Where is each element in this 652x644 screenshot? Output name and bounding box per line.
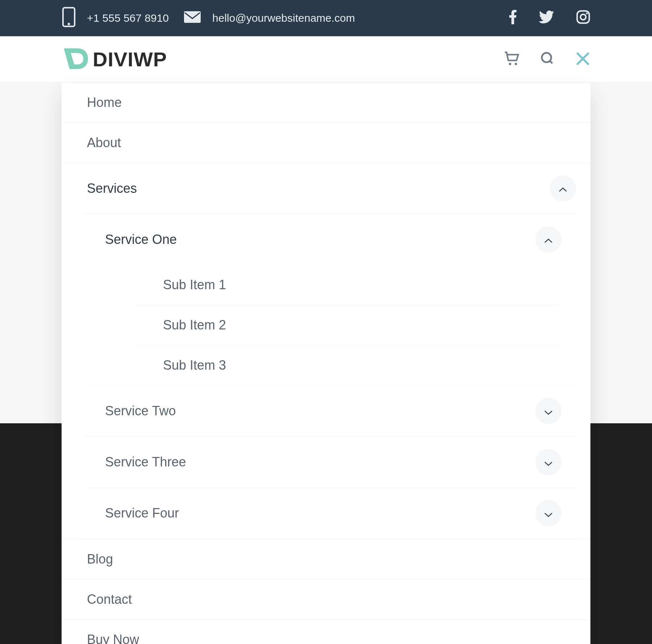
instagram-icon[interactable]	[576, 10, 590, 27]
nav-contact[interactable]: Contact	[62, 579, 590, 619]
nav-service-one-label: Service One	[105, 232, 177, 247]
site-header: DIVIWP	[0, 36, 652, 83]
phone-icon	[62, 7, 76, 30]
expand-service-three-button[interactable]	[535, 449, 561, 475]
svg-point-6	[509, 63, 511, 65]
nav-service-four[interactable]: Service Four	[83, 488, 576, 539]
collapse-service-one-button[interactable]	[535, 227, 561, 253]
nav-service-two-label: Service Two	[105, 403, 176, 419]
nav-service-four-label: Service Four	[105, 506, 179, 521]
expand-service-two-button[interactable]	[535, 398, 561, 424]
svg-point-7	[515, 63, 517, 65]
search-icon[interactable]	[540, 51, 555, 68]
nav-sub-item-2[interactable]: Sub Item 2	[134, 305, 561, 345]
chevron-down-icon	[544, 403, 553, 419]
chevron-up-icon	[558, 181, 568, 196]
page-body: Home About Services	[0, 83, 652, 460]
nav-home[interactable]: Home	[62, 83, 590, 122]
nav-services[interactable]: Services	[62, 163, 590, 214]
nav-service-three[interactable]: Service Three	[83, 437, 576, 487]
expand-service-four-button[interactable]	[535, 500, 561, 526]
top-contact-bar: +1 555 567 8910 hello@yourwebsitename.co…	[0, 0, 652, 36]
facebook-icon[interactable]	[509, 10, 517, 27]
nav-sub-item-3[interactable]: Sub Item 3	[134, 345, 561, 385]
phone-number[interactable]: +1 555 567 8910	[87, 12, 169, 24]
email-icon	[183, 11, 201, 26]
collapse-services-button[interactable]	[550, 175, 576, 201]
chevron-down-icon	[544, 454, 553, 470]
nav-service-two[interactable]: Service Two	[83, 386, 576, 436]
svg-point-1	[68, 23, 70, 25]
nav-services-label: Services	[87, 181, 137, 196]
nav-service-one[interactable]: Service One	[83, 214, 576, 265]
svg-rect-2	[184, 11, 201, 23]
chevron-down-icon	[544, 506, 553, 521]
nav-sub-item-1[interactable]: Sub Item 1	[134, 265, 561, 305]
mobile-nav-panel: Home About Services	[62, 83, 590, 644]
chevron-up-icon	[544, 232, 553, 247]
email-address[interactable]: hello@yourwebsitename.com	[212, 12, 355, 24]
site-logo[interactable]: DIVIWP	[62, 45, 167, 74]
svg-point-5	[586, 12, 588, 14]
svg-point-4	[581, 14, 586, 20]
close-menu-icon[interactable]	[575, 51, 590, 68]
nav-service-three-label: Service Three	[105, 454, 186, 470]
logo-mark-icon	[62, 45, 89, 74]
cart-icon[interactable]	[503, 51, 520, 68]
svg-line-9	[550, 61, 552, 63]
nav-blog[interactable]: Blog	[62, 539, 590, 579]
nav-about[interactable]: About	[62, 123, 590, 163]
logo-text: DIVIWP	[93, 47, 167, 71]
twitter-icon[interactable]	[538, 11, 554, 26]
nav-buy-now[interactable]: Buy Now	[62, 620, 590, 644]
